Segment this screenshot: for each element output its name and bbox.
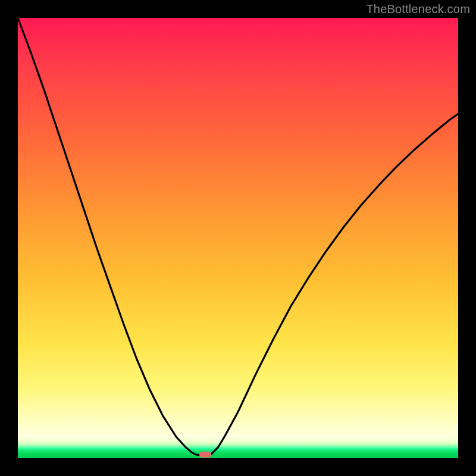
minimum-marker [199, 452, 211, 458]
chart-frame: TheBottleneck.com [0, 0, 476, 476]
bottleneck-curve [18, 18, 458, 458]
watermark-text: TheBottleneck.com [366, 2, 470, 16]
plot-area [18, 18, 458, 458]
